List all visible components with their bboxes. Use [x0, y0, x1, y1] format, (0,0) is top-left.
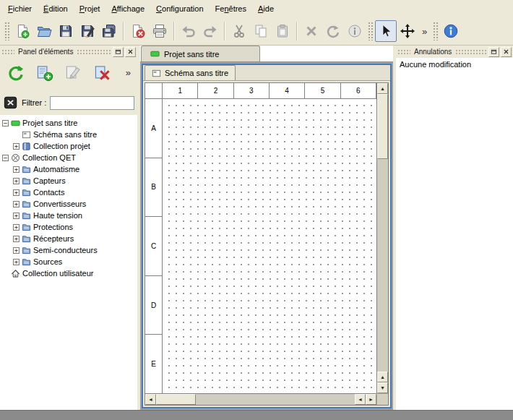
expand-icon[interactable]: + [13, 224, 20, 231]
tree-item-projet-sans-titre[interactable]: −Projet sans titre [0, 117, 137, 129]
tree-item-schema-sans-titre[interactable]: Schéma sans titre [0, 129, 137, 140]
select-mode-button[interactable] [375, 20, 397, 42]
scissors-icon [231, 23, 247, 39]
expand-icon[interactable]: + [13, 247, 20, 254]
open-project-button[interactable] [33, 20, 55, 42]
horizontal-scrollbar[interactable]: ◄ ◄ ► [145, 393, 376, 405]
delete-x-icon [303, 23, 319, 39]
tree-item-automatisme[interactable]: +Automatisme [0, 163, 137, 175]
close-icon [127, 48, 134, 55]
expand-icon[interactable]: + [13, 178, 20, 184]
folder-icon [22, 176, 31, 186]
scroll-left-button[interactable]: ◄ [145, 394, 156, 405]
collapse-icon[interactable]: − [2, 120, 9, 127]
print-button[interactable] [149, 20, 171, 42]
main-toolbar-overflow[interactable]: » [418, 26, 431, 37]
folder-icon [22, 165, 31, 174]
arrow-up-icon: ▲ [380, 86, 385, 91]
expand-icon[interactable]: + [13, 166, 20, 173]
new-project-button[interactable] [12, 20, 33, 42]
filter-clear-icon [4, 95, 18, 110]
tree-item-protections[interactable]: +Protections [0, 221, 137, 233]
panel-toolbar-overflow[interactable]: » [123, 67, 134, 78]
tree-item-capteurs[interactable]: +Capteurs [0, 175, 137, 187]
expand-icon[interactable]: + [13, 143, 20, 150]
close-project-button[interactable] [127, 20, 149, 42]
save-project-button[interactable] [55, 20, 77, 42]
hscroll-thumb[interactable] [156, 394, 196, 405]
collapse-icon[interactable]: − [2, 155, 9, 161]
about-qet-button[interactable] [440, 20, 462, 42]
vertical-scrollbar[interactable]: ▲ ▲ ▼ [376, 83, 388, 393]
ruler-column-3: 3 [234, 83, 270, 98]
tree-item-contacts[interactable]: +Contacts [0, 187, 137, 198]
tree-item-sources[interactable]: +Sources [0, 256, 137, 267]
project-tab-bar: Projet sans titre [140, 46, 393, 62]
hscroll-track[interactable] [196, 394, 355, 405]
menu-affichage[interactable]: Affichage [106, 1, 150, 16]
tree-item-recepteurs[interactable]: +Récepteurs [0, 233, 137, 244]
menu-edition[interactable]: Édition [38, 1, 73, 16]
expand-icon[interactable]: + [13, 201, 20, 207]
undo-panel-close-button[interactable] [501, 47, 512, 57]
menu-projet[interactable]: Projet [74, 1, 105, 16]
new-element-button[interactable] [33, 61, 56, 84]
tree-item-label: Semi-conducteurs [33, 246, 98, 254]
vscroll-thumb[interactable] [377, 94, 388, 159]
elements-panel-titlebar[interactable]: Panel d'éléments [0, 46, 137, 58]
rotate-icon [325, 23, 341, 39]
close-doc-icon [130, 23, 146, 39]
undo-panel-float-button[interactable] [488, 47, 499, 57]
filter-input[interactable] [50, 96, 134, 110]
elements-panel-float-button[interactable] [113, 47, 124, 57]
tree-item-label: Collection utilisateur [22, 269, 93, 278]
tree-item-convertisseurs[interactable]: +Convertisseurs [0, 198, 137, 210]
open-folder-icon [36, 23, 52, 39]
elements-tree: −Projet sans titreSchéma sans titre+Coll… [0, 115, 137, 410]
tree-item-collection-utilisateur[interactable]: Collection utilisateur [0, 267, 137, 279]
info-gray-icon [347, 23, 363, 39]
menu-aide[interactable]: Aide [253, 1, 279, 16]
diagram-canvas[interactable] [163, 99, 376, 393]
diagram-view: 123456 ABCDE ▲ ▲ ▼ ◄ [145, 82, 389, 406]
menu-fichier[interactable]: Fichier [3, 1, 37, 16]
tab-schema[interactable]: Schéma sans titre [145, 65, 236, 80]
tree-item-haute-tension[interactable]: +Haute tension [0, 210, 137, 221]
expand-icon[interactable]: + [13, 213, 20, 219]
expand-icon[interactable]: + [13, 189, 20, 196]
undo-panel-title: Annulations [412, 48, 454, 56]
menu-fenetres[interactable]: Fenêtres [210, 1, 251, 16]
dock-grip [397, 49, 410, 55]
tree-item-label: Capteurs [33, 176, 66, 185]
toolbar-grip[interactable] [433, 22, 438, 40]
toolbar-grip[interactable] [368, 22, 373, 40]
toolbar-grip[interactable] [4, 22, 9, 40]
vscroll-track[interactable] [377, 159, 388, 372]
scroll-left-button-secondary[interactable]: ◄ [355, 394, 366, 405]
arrow-left-icon: ◄ [358, 397, 363, 402]
delete-element-button[interactable] [90, 61, 114, 84]
reload-collections-button[interactable] [4, 61, 27, 84]
scroll-up-button-secondary[interactable]: ▲ [377, 372, 388, 382]
scroll-down-button[interactable]: ▼ [377, 382, 388, 393]
tree-item-label: Sources [33, 257, 62, 266]
expand-icon[interactable]: + [13, 236, 20, 242]
scroll-mode-button[interactable] [397, 20, 418, 42]
scroll-right-button[interactable]: ► [366, 394, 376, 405]
scroll-up-button[interactable]: ▲ [377, 83, 388, 94]
folder-icon [22, 211, 31, 220]
save-all-button[interactable] [98, 20, 120, 42]
menu-configuration[interactable]: Configuration [151, 1, 208, 16]
undo-panel-titlebar[interactable]: Annulations [396, 46, 513, 58]
tree-item-collection-projet[interactable]: +Collection projet [0, 140, 137, 152]
elements-panel-close-button[interactable] [125, 47, 136, 57]
save-project-as-button[interactable] [77, 20, 98, 42]
save-all-icon [101, 23, 117, 39]
clear-filter-button[interactable] [3, 95, 18, 111]
expand-icon[interactable]: + [13, 259, 20, 265]
tree-item-semi-conducteurs[interactable]: +Semi-conducteurs [0, 244, 137, 256]
filter-row: Filtrer : [0, 94, 137, 111]
tree-item-collection-qet[interactable]: −Collection QET [0, 152, 137, 163]
main-toolbar: » [0, 17, 513, 46]
tab-project[interactable]: Projet sans titre [141, 46, 260, 61]
